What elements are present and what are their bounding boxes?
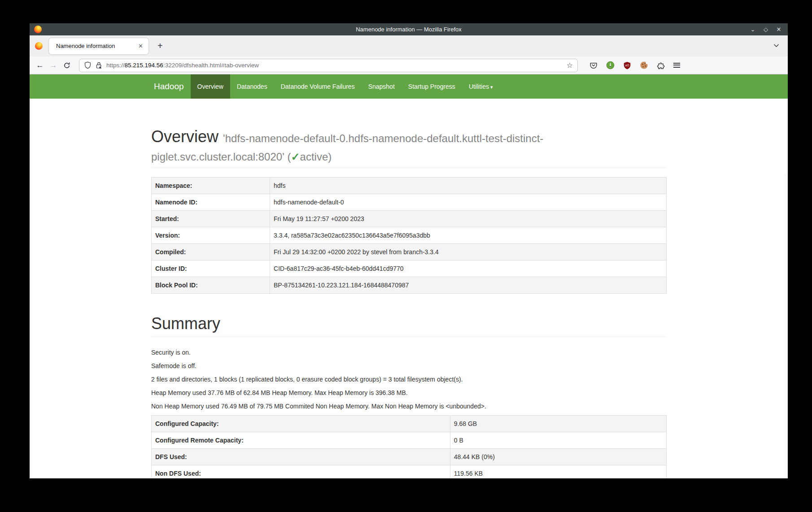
table-row: Started:Fri May 19 11:27:57 +0200 2023 <box>152 210 667 227</box>
bookmark-star-icon[interactable]: ☆ <box>567 61 573 69</box>
privacy-badger-icon[interactable] <box>606 61 615 69</box>
cookie-extension-icon[interactable] <box>640 61 648 69</box>
summary-line: Safemode is off. <box>151 361 667 370</box>
list-all-tabs-icon[interactable] <box>773 42 780 49</box>
table-row: DFS Used:48.44 KB (0%) <box>152 449 667 465</box>
tab-close-icon[interactable]: × <box>137 43 144 50</box>
navigation-toolbar: ← → https://85.215.194.56:32209/dfshealt… <box>30 56 788 74</box>
new-tab-button[interactable]: + <box>155 41 166 51</box>
namenode-info-table: Namespace:hdfs Namenode ID:hdfs-namenode… <box>151 177 667 294</box>
table-row: Configured Capacity:9.68 GB <box>152 416 667 432</box>
pocket-icon[interactable] <box>589 61 598 69</box>
table-row: Version:3.3.4, ra585a73c3e02ac62350c1366… <box>152 227 667 243</box>
summary-heading: Summary <box>151 314 667 333</box>
nav-item-utilities[interactable]: Utilities▾ <box>462 74 500 99</box>
table-row: Configured Remote Capacity:0 B <box>152 432 667 449</box>
tab-namenode-information[interactable]: Namenode information × <box>49 38 148 54</box>
table-row: Compiled:Fri Jul 29 14:32:00 +0200 2022 … <box>152 243 667 260</box>
summary-line: Security is on. <box>151 348 667 357</box>
summary-page-header: Summary <box>151 314 667 337</box>
nav-item-datanodes[interactable]: Datanodes <box>230 74 274 99</box>
lock-warning-icon[interactable] <box>95 61 103 69</box>
table-row: Block Pool ID:BP-875134261-10.223.121.18… <box>152 277 667 293</box>
ublock-origin-icon[interactable]: uO <box>623 61 631 69</box>
tracking-protection-shield-icon[interactable] <box>84 61 92 69</box>
nav-item-datanode-volume-failures[interactable]: Datanode Volume Failures <box>274 74 362 99</box>
nav-item-snapshot[interactable]: Snapshot <box>362 74 402 99</box>
tab-strip: Namenode information × + <box>30 35 788 56</box>
table-row: Namespace:hdfs <box>152 177 667 194</box>
summary-text-block: Security is on. Safemode is off. 2 files… <box>151 348 667 411</box>
reload-button[interactable] <box>60 62 74 69</box>
table-row: Namenode ID:hdfs-namenode-default-0 <box>152 194 667 210</box>
maximize-button[interactable]: ◇ <box>762 23 769 35</box>
overview-page-header: Overview 'hdfs-namenode-default-0.hdfs-n… <box>151 127 667 168</box>
close-button[interactable]: ✕ <box>775 23 782 35</box>
summary-line: Non Heap Memory used 76.49 MB of 79.75 M… <box>151 402 667 411</box>
summary-line: Heap Memory used 37.76 MB of 62.84 MB He… <box>151 388 667 397</box>
back-button[interactable]: ← <box>33 61 47 70</box>
summary-line: 2 files and directories, 1 blocks (1 rep… <box>151 375 667 384</box>
navbar-brand-hadoop[interactable]: Hadoop <box>147 74 191 99</box>
status-badge: active <box>300 151 328 163</box>
url-text: https://85.215.194.56:32209/dfshealth.ht… <box>106 62 567 69</box>
caret-down-icon: ▾ <box>490 84 493 90</box>
page-content: Overview 'hdfs-namenode-default-0.hdfs-n… <box>30 99 788 478</box>
window-titlebar: Namenode information — Mozilla Firefox ⌄… <box>30 23 788 35</box>
overview-heading: Overview 'hdfs-namenode-default-0.hdfs-n… <box>151 127 667 165</box>
tab-title: Namenode information <box>56 43 137 49</box>
url-bar[interactable]: https://85.215.194.56:32209/dfshealth.ht… <box>79 59 578 72</box>
ublock-text: uO <box>625 64 629 67</box>
extensions-puzzle-icon[interactable] <box>657 61 665 69</box>
capacity-table: Configured Capacity:9.68 GB Configured R… <box>151 415 667 478</box>
table-row: Non DFS Used:119.56 KB <box>152 465 667 478</box>
window-title: Namenode information — Mozilla Firefox <box>30 26 788 33</box>
nav-item-startup-progress[interactable]: Startup Progress <box>402 74 462 99</box>
menu-hamburger-icon[interactable] <box>673 63 680 68</box>
minimize-button[interactable]: ⌄ <box>749 23 756 35</box>
nav-item-overview[interactable]: Overview <box>191 74 230 99</box>
page-scrollbar[interactable] <box>784 174 788 478</box>
forward-button: → <box>47 61 60 70</box>
firefox-view-icon[interactable] <box>35 42 43 50</box>
active-check-icon: ✓ <box>291 151 300 163</box>
table-row: Cluster ID:CID-6a817c29-ac36-45fc-b4eb-6… <box>152 260 667 277</box>
hadoop-navbar: Hadoop Overview Datanodes Datanode Volum… <box>30 74 788 99</box>
browser-window: Namenode information — Mozilla Firefox ⌄… <box>30 23 788 478</box>
